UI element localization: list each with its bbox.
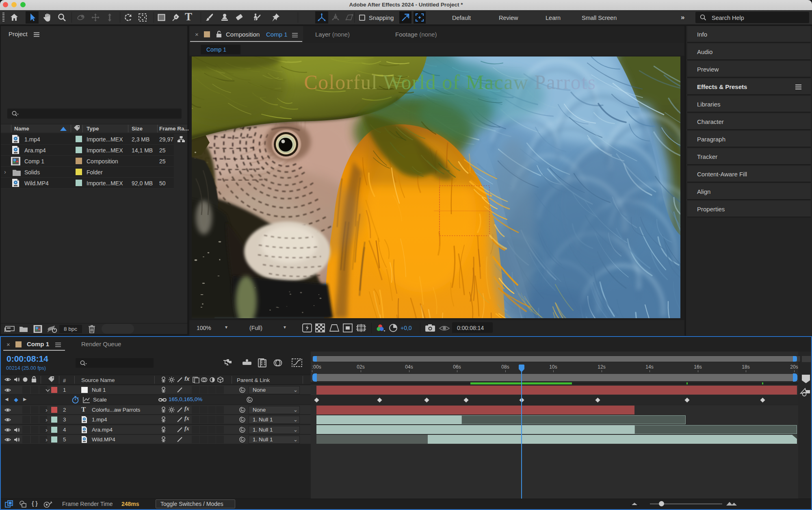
svg-text:Colorful World of Macaw Parrot: Colorful World of Macaw Parrots xyxy=(304,71,596,93)
